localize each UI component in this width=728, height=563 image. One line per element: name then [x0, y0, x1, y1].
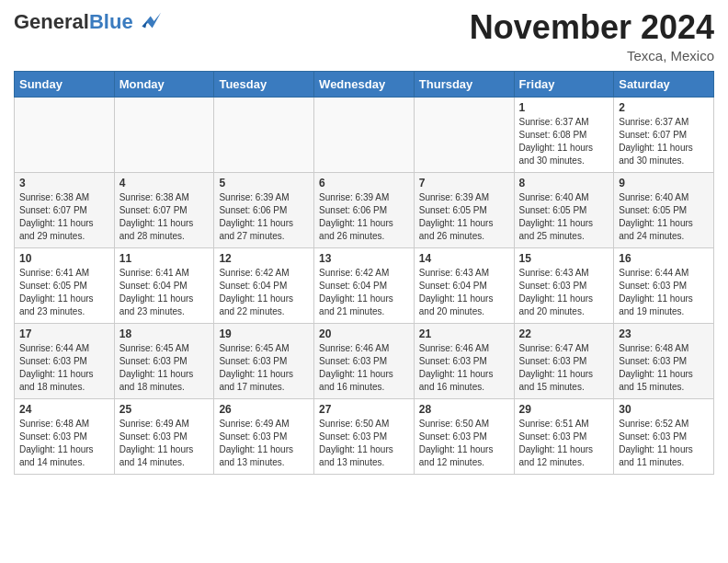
day-info: Sunrise: 6:47 AMSunset: 6:03 PMDaylight:… [519, 342, 609, 394]
day-info: Sunrise: 6:44 AMSunset: 6:03 PMDaylight:… [19, 342, 109, 394]
calendar-cell: 25Sunrise: 6:49 AMSunset: 6:03 PMDayligh… [114, 398, 214, 474]
day-number: 30 [619, 403, 709, 416]
day-number: 23 [619, 327, 709, 340]
day-number: 4 [119, 177, 210, 190]
day-number: 8 [519, 177, 609, 190]
calendar-cell: 19Sunrise: 6:45 AMSunset: 6:03 PMDayligh… [214, 323, 314, 398]
calendar-cell: 13Sunrise: 6:42 AMSunset: 6:04 PMDayligh… [314, 247, 415, 323]
calendar-cell: 9Sunrise: 6:40 AMSunset: 6:05 PMDaylight… [614, 172, 714, 247]
day-info: Sunrise: 6:43 AMSunset: 6:04 PMDaylight:… [419, 267, 509, 318]
day-info: Sunrise: 6:40 AMSunset: 6:05 PMDaylight:… [619, 191, 709, 243]
calendar-cell: 28Sunrise: 6:50 AMSunset: 6:03 PMDayligh… [414, 398, 514, 474]
logo-text-block: GeneralBlue [14, 9, 161, 35]
day-info: Sunrise: 6:41 AMSunset: 6:04 PMDaylight:… [119, 267, 210, 318]
calendar-cell: 23Sunrise: 6:48 AMSunset: 6:03 PMDayligh… [614, 323, 714, 398]
col-saturday: Saturday [614, 71, 714, 97]
day-number: 28 [419, 403, 509, 416]
location-text: Texca, Mexico [470, 48, 714, 63]
calendar-cell: 26Sunrise: 6:49 AMSunset: 6:03 PMDayligh… [214, 398, 314, 474]
calendar-week-5: 24Sunrise: 6:48 AMSunset: 6:03 PMDayligh… [15, 398, 714, 474]
calendar-cell: 18Sunrise: 6:45 AMSunset: 6:03 PMDayligh… [114, 323, 214, 398]
day-number: 21 [419, 327, 509, 340]
calendar-cell [414, 97, 514, 172]
calendar-cell [15, 97, 115, 172]
day-info: Sunrise: 6:38 AMSunset: 6:07 PMDaylight:… [19, 191, 109, 243]
day-number: 20 [319, 327, 409, 340]
day-info: Sunrise: 6:46 AMSunset: 6:03 PMDaylight:… [419, 342, 509, 394]
calendar-cell: 15Sunrise: 6:43 AMSunset: 6:03 PMDayligh… [514, 247, 614, 323]
logo-general-text: GeneralBlue [14, 11, 133, 33]
calendar-week-3: 10Sunrise: 6:41 AMSunset: 6:05 PMDayligh… [15, 247, 714, 323]
day-info: Sunrise: 6:52 AMSunset: 6:03 PMDaylight:… [619, 418, 709, 469]
calendar-week-1: 1Sunrise: 6:37 AMSunset: 6:08 PMDaylight… [15, 97, 714, 172]
day-info: Sunrise: 6:51 AMSunset: 6:03 PMDaylight:… [519, 418, 609, 469]
day-info: Sunrise: 6:37 AMSunset: 6:07 PMDaylight:… [619, 116, 709, 167]
day-number: 10 [19, 252, 109, 265]
calendar-week-4: 17Sunrise: 6:44 AMSunset: 6:03 PMDayligh… [15, 323, 714, 398]
day-info: Sunrise: 6:45 AMSunset: 6:03 PMDaylight:… [219, 342, 309, 394]
day-number: 18 [119, 327, 210, 340]
col-sunday: Sunday [15, 71, 115, 97]
col-tuesday: Tuesday [214, 71, 314, 97]
page-container: GeneralBlue November 2024 Texca, Mexico … [0, 0, 728, 488]
page-header: GeneralBlue November 2024 Texca, Mexico [14, 9, 714, 63]
day-number: 17 [19, 327, 109, 340]
day-number: 25 [119, 403, 210, 416]
day-info: Sunrise: 6:43 AMSunset: 6:03 PMDaylight:… [519, 267, 609, 318]
calendar-cell [114, 97, 214, 172]
calendar-cell: 5Sunrise: 6:39 AMSunset: 6:06 PMDaylight… [214, 172, 314, 247]
calendar-cell [214, 97, 314, 172]
svg-marker-1 [142, 21, 147, 28]
day-number: 2 [619, 101, 709, 114]
day-info: Sunrise: 6:50 AMSunset: 6:03 PMDaylight:… [319, 418, 409, 469]
col-monday: Monday [114, 71, 214, 97]
day-number: 14 [419, 252, 509, 265]
title-block: November 2024 Texca, Mexico [470, 9, 714, 63]
day-info: Sunrise: 6:39 AMSunset: 6:05 PMDaylight:… [419, 191, 509, 243]
day-info: Sunrise: 6:39 AMSunset: 6:06 PMDaylight:… [319, 191, 409, 243]
month-title: November 2024 [470, 9, 714, 46]
calendar-cell: 11Sunrise: 6:41 AMSunset: 6:04 PMDayligh… [114, 247, 214, 323]
calendar-cell: 29Sunrise: 6:51 AMSunset: 6:03 PMDayligh… [514, 398, 614, 474]
calendar-cell: 3Sunrise: 6:38 AMSunset: 6:07 PMDaylight… [15, 172, 115, 247]
calendar-cell [314, 97, 415, 172]
logo: GeneralBlue [14, 9, 161, 35]
day-number: 7 [419, 177, 509, 190]
day-number: 29 [519, 403, 609, 416]
day-number: 11 [119, 252, 210, 265]
calendar-cell: 20Sunrise: 6:46 AMSunset: 6:03 PMDayligh… [314, 323, 415, 398]
calendar-cell: 8Sunrise: 6:40 AMSunset: 6:05 PMDaylight… [514, 172, 614, 247]
day-number: 5 [219, 177, 309, 190]
calendar-cell: 16Sunrise: 6:44 AMSunset: 6:03 PMDayligh… [614, 247, 714, 323]
day-info: Sunrise: 6:42 AMSunset: 6:04 PMDaylight:… [219, 267, 309, 318]
calendar-cell: 1Sunrise: 6:37 AMSunset: 6:08 PMDaylight… [514, 97, 614, 172]
calendar-cell: 30Sunrise: 6:52 AMSunset: 6:03 PMDayligh… [614, 398, 714, 474]
day-number: 24 [19, 403, 109, 416]
day-number: 3 [19, 177, 109, 190]
col-friday: Friday [514, 71, 614, 97]
logo-bird-icon [135, 9, 161, 35]
day-number: 19 [219, 327, 309, 340]
day-number: 6 [319, 177, 409, 190]
day-info: Sunrise: 6:49 AMSunset: 6:03 PMDaylight:… [119, 418, 210, 469]
calendar-cell: 24Sunrise: 6:48 AMSunset: 6:03 PMDayligh… [15, 398, 115, 474]
day-info: Sunrise: 6:38 AMSunset: 6:07 PMDaylight:… [119, 191, 210, 243]
day-number: 13 [319, 252, 409, 265]
day-info: Sunrise: 6:42 AMSunset: 6:04 PMDaylight:… [319, 267, 409, 318]
col-thursday: Thursday [414, 71, 514, 97]
day-number: 9 [619, 177, 709, 190]
day-info: Sunrise: 6:41 AMSunset: 6:05 PMDaylight:… [19, 267, 109, 318]
day-number: 26 [219, 403, 309, 416]
calendar-cell: 4Sunrise: 6:38 AMSunset: 6:07 PMDaylight… [114, 172, 214, 247]
day-info: Sunrise: 6:50 AMSunset: 6:03 PMDaylight:… [419, 418, 509, 469]
day-info: Sunrise: 6:37 AMSunset: 6:08 PMDaylight:… [519, 116, 609, 167]
calendar-cell: 10Sunrise: 6:41 AMSunset: 6:05 PMDayligh… [15, 247, 115, 323]
calendar-header-row: Sunday Monday Tuesday Wednesday Thursday… [15, 71, 714, 97]
calendar-cell: 2Sunrise: 6:37 AMSunset: 6:07 PMDaylight… [614, 97, 714, 172]
day-info: Sunrise: 6:49 AMSunset: 6:03 PMDaylight:… [219, 418, 309, 469]
day-info: Sunrise: 6:40 AMSunset: 6:05 PMDaylight:… [519, 191, 609, 243]
day-info: Sunrise: 6:45 AMSunset: 6:03 PMDaylight:… [119, 342, 210, 394]
day-info: Sunrise: 6:48 AMSunset: 6:03 PMDaylight:… [619, 342, 709, 394]
day-number: 22 [519, 327, 609, 340]
day-number: 12 [219, 252, 309, 265]
